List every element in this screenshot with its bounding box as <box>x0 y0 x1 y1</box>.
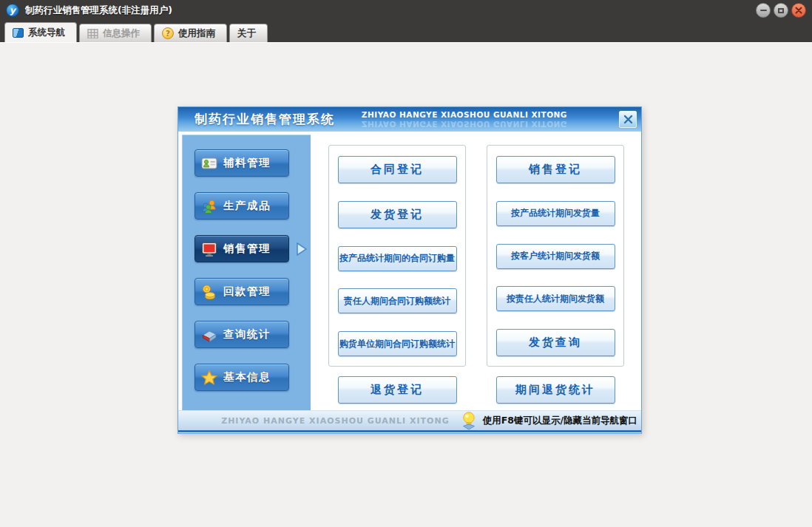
right-groupbox: 销售登记 按产品统计期间发货量 按客户统计期间发货额 按责任人统计期间发货额 发… <box>487 145 624 367</box>
footer-watermark: ZHIYAO HANGYE XIAOSHOU GUANLI XITONG <box>221 416 450 426</box>
tab-about[interactable]: 关于 <box>229 24 268 42</box>
window-titlebar: y 制药行业销售管理系统(非注册用户) <box>0 0 812 21</box>
contract-order-qty-by-product-button[interactable]: 按产品统计期间的合同订购量 <box>338 246 457 271</box>
people-icon <box>200 197 218 215</box>
application-window: y 制药行业销售管理系统(非注册用户) 系统导航 信息操作 ? 使用指南 关于 <box>0 0 812 527</box>
tab-label: 信息操作 <box>103 27 140 40</box>
period-return-statistics-button[interactable]: 期间退货统计 <box>496 376 615 404</box>
content-area: 制药行业销售管理系统 ZHIYAO HANGYE XIAOSHOU GUANLI… <box>0 42 812 527</box>
tab-system-navigation[interactable]: 系统导航 <box>4 22 77 42</box>
dialog-subtitle-reflection: ZHIYAO HANGYE XIAOSHOU GUANLI XITONG <box>362 120 567 128</box>
tab-label: 系统导航 <box>28 27 65 39</box>
dialog-body: 辅料管理 生产成品 <box>178 132 641 410</box>
main-button-area: 合同登记 发货登记 按产品统计期间的合同订购量 责任人期间合同订购额统计 购货单… <box>311 135 641 410</box>
close-icon <box>795 7 802 14</box>
sidebar-item-query-statistics[interactable]: 查询统计 <box>194 321 289 348</box>
monitor-icon <box>200 240 218 258</box>
sidebar-item-sales-management[interactable]: 销售管理 <box>194 235 289 262</box>
window-controls <box>756 3 806 18</box>
tab-label: 关于 <box>237 27 256 40</box>
contract-order-amount-by-person-button[interactable]: 责任人期间合同订购额统计 <box>338 288 457 313</box>
window-title: 制药行业销售管理系统(非注册用户) <box>25 4 172 17</box>
tab-user-guide[interactable]: ? 使用指南 <box>154 24 227 42</box>
dialog-subtitle-text: ZHIYAO HANGYE XIAOSHOU GUANLI XITONG <box>362 111 567 119</box>
sidebar-item-label: 销售管理 <box>223 242 271 256</box>
close-button[interactable] <box>791 3 806 18</box>
sidebar-item-finished-products[interactable]: 生产成品 <box>194 192 289 220</box>
dialog-title: 制药行业销售管理系统 <box>194 111 335 128</box>
selected-arrow-icon <box>296 242 308 256</box>
right-column: 销售登记 按产品统计期间发货量 按客户统计期间发货额 按责任人统计期间发货额 发… <box>487 145 624 410</box>
navigation-dialog: 制药行业销售管理系统 ZHIYAO HANGYE XIAOSHOU GUANLI… <box>177 106 642 434</box>
dialog-close-button[interactable] <box>619 111 637 128</box>
dialog-subtitle: ZHIYAO HANGYE XIAOSHOU GUANLI XITONG ZHI… <box>362 111 567 128</box>
dialog-footer: ZHIYAO HANGYE XIAOSHOU GUANLI XITONG 使用F… <box>178 410 641 432</box>
sidebar-item-label: 查询统计 <box>223 327 271 341</box>
shipment-amount-by-person-button[interactable]: 按责任人统计期间发货额 <box>496 286 615 311</box>
sidebar-item-label: 基本信息 <box>223 370 271 384</box>
footer-hint: 使用F8键可以显示/隐藏当前导航窗口 <box>483 415 637 427</box>
star-icon <box>200 369 218 387</box>
maximize-button[interactable] <box>774 3 788 18</box>
shipment-registration-button[interactable]: 发货登记 <box>338 201 457 228</box>
sidebar-item-auxiliary-materials[interactable]: 辅料管理 <box>194 149 289 177</box>
left-column: 合同登记 发货登记 按产品统计期间的合同订购量 责任人期间合同订购额统计 购货单… <box>328 145 466 410</box>
app-logo-icon: y <box>6 4 19 17</box>
shipment-query-button[interactable]: 发货查询 <box>496 329 615 356</box>
minimize-icon <box>760 10 767 11</box>
tab-label: 使用指南 <box>178 27 215 40</box>
shipment-qty-by-product-button[interactable]: 按产品统计期间发货量 <box>496 201 615 226</box>
sidebar: 辅料管理 生产成品 <box>182 135 311 410</box>
sidebar-item-payment-management[interactable]: 回款管理 <box>194 278 289 305</box>
sidebar-item-basic-info[interactable]: 基本信息 <box>194 364 289 391</box>
lightbulb-icon <box>460 411 478 431</box>
sales-registration-button[interactable]: 销售登记 <box>496 156 615 183</box>
id-card-icon <box>200 154 218 172</box>
book-icon <box>200 326 218 344</box>
close-icon <box>623 115 633 124</box>
sidebar-item-label: 辅料管理 <box>223 156 271 170</box>
return-registration-button[interactable]: 退货登记 <box>338 376 457 404</box>
left-groupbox: 合同登记 发货登记 按产品统计期间的合同订购量 责任人期间合同订购额统计 购货单… <box>328 145 466 367</box>
grid-icon <box>87 29 98 38</box>
contract-order-amount-by-buyer-button[interactable]: 购货单位期间合同订购额统计 <box>338 331 457 356</box>
contract-registration-button[interactable]: 合同登记 <box>338 156 457 183</box>
dialog-titlebar: 制药行业销售管理系统 ZHIYAO HANGYE XIAOSHOU GUANLI… <box>178 107 641 132</box>
help-icon: ? <box>162 27 174 39</box>
coins-icon <box>200 283 218 301</box>
tab-info-operations[interactable]: 信息操作 <box>79 24 152 42</box>
maximize-icon <box>778 8 784 13</box>
shipment-amount-by-customer-button[interactable]: 按客户统计期间发货额 <box>496 244 615 269</box>
tab-bar: 系统导航 信息操作 ? 使用指南 关于 <box>0 21 812 42</box>
sidebar-item-label: 回款管理 <box>223 285 271 299</box>
screen-icon <box>13 28 24 38</box>
minimize-button[interactable] <box>756 3 771 18</box>
sidebar-item-label: 生产成品 <box>223 199 271 213</box>
